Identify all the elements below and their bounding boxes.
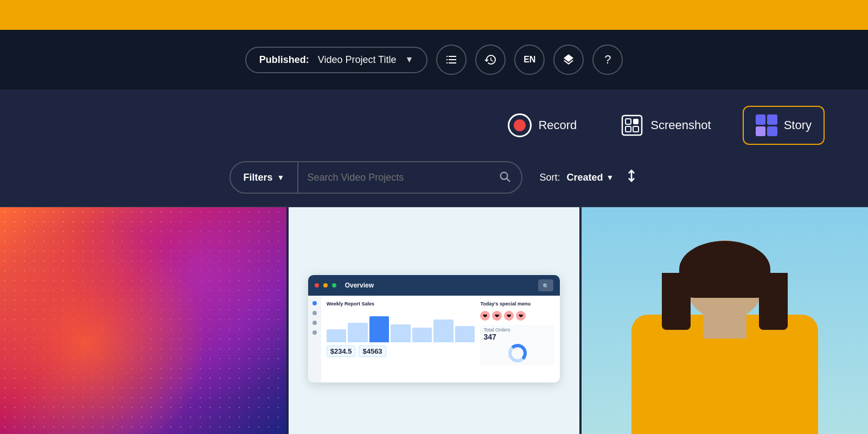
svg-rect-1	[626, 119, 631, 124]
thumbnail-person[interactable]	[582, 207, 868, 434]
sort-section: Sort: Created ▼	[540, 169, 639, 186]
svg-rect-0	[622, 116, 642, 135]
checklist-button[interactable]	[436, 44, 467, 75]
sort-order-button[interactable]	[624, 169, 639, 186]
filters-button[interactable]: Filters ▼	[231, 162, 299, 193]
published-label: Published:	[259, 54, 309, 66]
thumbnail-dashboard-image: Overview 🔍	[291, 207, 577, 434]
stat-value-1: $234.5	[330, 347, 352, 355]
main-area: Record Screenshot S	[0, 90, 868, 434]
filter-search-container: Filters ▼	[229, 161, 522, 194]
top-bar	[0, 0, 868, 30]
search-row: Filters ▼ Sort: Created ▼	[0, 156, 868, 207]
screenshot-button[interactable]: Screenshot	[608, 106, 723, 145]
screenshot-label: Screenshot	[650, 118, 711, 132]
sort-dropdown-button[interactable]: Created ▼	[567, 172, 614, 183]
layers-button[interactable]	[553, 44, 584, 75]
story-label: Story	[784, 118, 812, 132]
svg-line-6	[507, 178, 509, 181]
record-dot	[514, 119, 526, 131]
layers-icon	[562, 53, 575, 66]
svg-rect-4	[633, 126, 639, 132]
story-icon	[756, 114, 777, 136]
sort-chevron-icon: ▼	[607, 173, 614, 182]
thumbnail-abstract-image	[0, 207, 286, 434]
stat-value-3: 347	[483, 333, 551, 341]
project-title: Video Project Title	[318, 54, 397, 66]
search-icon	[499, 170, 510, 182]
sort-order-icon	[624, 169, 639, 183]
history-button[interactable]	[475, 44, 506, 75]
svg-rect-2	[633, 119, 639, 124]
sort-label: Sort:	[540, 172, 560, 183]
search-button[interactable]	[488, 170, 521, 185]
header-bar: Published: Video Project Title ▼ EN ?	[0, 30, 868, 90]
project-title-dropdown[interactable]: Published: Video Project Title ▼	[245, 47, 428, 73]
thumbnail-dashboard[interactable]: Overview 🔍	[289, 207, 579, 434]
record-label: Record	[538, 118, 577, 132]
language-label: EN	[524, 55, 535, 65]
thumbnails-row: Overview 🔍	[0, 207, 868, 434]
dots-overlay	[0, 207, 286, 434]
sort-value: Created	[567, 172, 603, 183]
search-input[interactable]	[298, 172, 487, 183]
filters-chevron-icon: ▼	[277, 173, 285, 182]
screenshot-icon	[620, 113, 644, 137]
dropdown-chevron-icon: ▼	[405, 55, 413, 65]
record-button[interactable]: Record	[496, 106, 589, 145]
help-button[interactable]: ?	[592, 44, 623, 75]
help-label: ?	[604, 53, 611, 67]
history-icon	[484, 53, 497, 66]
stat-value-2: $4563	[362, 347, 382, 355]
story-button[interactable]: Story	[743, 106, 825, 145]
checklist-icon	[445, 53, 458, 66]
filters-label: Filters	[244, 172, 273, 183]
action-row: Record Screenshot S	[0, 90, 868, 156]
dashboard-title: Overview	[345, 282, 374, 289]
record-icon	[508, 113, 532, 137]
thumbnail-person-image	[582, 207, 868, 434]
menu-title: Today's special menu	[480, 301, 554, 307]
language-button[interactable]: EN	[514, 44, 545, 75]
svg-rect-3	[626, 126, 631, 132]
thumbnail-abstract[interactable]	[0, 207, 286, 434]
